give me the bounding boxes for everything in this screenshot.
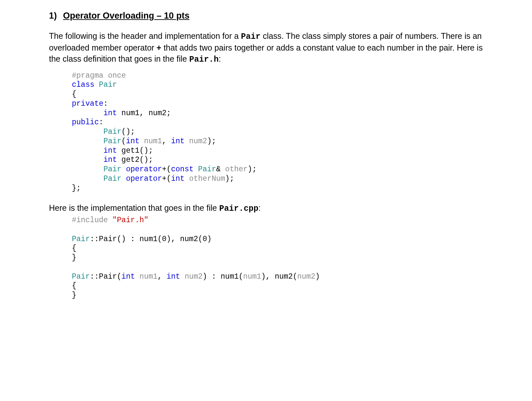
question-title: Operator Overloading – 10 pts xyxy=(63,10,189,22)
type-pair: Pair xyxy=(99,81,117,89)
intro-operator-plus: + xyxy=(156,43,161,52)
impl-ctor-default: Pair xyxy=(72,235,90,243)
class-end: }; xyxy=(72,184,81,193)
brace-close-3: } xyxy=(72,291,76,300)
op-plus-int: Pair xyxy=(104,175,121,183)
brace-open-2: { xyxy=(72,244,76,253)
intro-code-pair: Pair xyxy=(241,32,261,41)
op-plus-pair: Pair xyxy=(104,165,121,174)
mid-paragraph: Here is the implementation that goes in … xyxy=(49,203,483,214)
mid-code-paircpp: Pair.cpp xyxy=(219,204,258,213)
kw-private: private xyxy=(72,100,104,108)
intro-text-1: The following is the header and implemen… xyxy=(49,31,241,40)
impl-ctor-params: Pair xyxy=(72,272,90,281)
intro-paragraph: The following is the header and implemen… xyxy=(49,31,483,65)
intro-text-4: : xyxy=(218,54,221,63)
mid-text-2: : xyxy=(258,203,261,212)
brace-close-2: } xyxy=(72,254,76,262)
document-page: 1) Operator Overloading – 10 pts The fol… xyxy=(0,0,532,330)
code-block-header: #pragma once class Pair { private: int n… xyxy=(72,71,483,193)
code-block-impl: #include "Pair.h" Pair::Pair() : num1(0)… xyxy=(72,216,483,300)
member-decls: num1, num2; xyxy=(117,109,171,117)
ctor-params: Pair xyxy=(104,137,121,146)
get2-decl: int xyxy=(104,156,117,164)
kw-class: class xyxy=(72,81,94,89)
intro-code-pairh: Pair.h xyxy=(189,55,218,64)
get1-decl: int xyxy=(104,147,117,155)
ctor-default: Pair xyxy=(104,128,121,136)
pragma-line: #pragma once xyxy=(72,71,126,80)
include-string: "Pair.h" xyxy=(112,216,148,224)
brace-open: { xyxy=(72,90,76,99)
include-line: #include xyxy=(72,216,108,224)
mid-text-1: Here is the implementation that goes in … xyxy=(49,203,219,212)
question-heading: 1) Operator Overloading – 10 pts xyxy=(49,10,483,22)
question-number: 1) xyxy=(49,10,62,22)
kw-int: int xyxy=(104,109,117,117)
kw-public: public xyxy=(72,118,99,127)
brace-open-3: { xyxy=(72,282,76,290)
